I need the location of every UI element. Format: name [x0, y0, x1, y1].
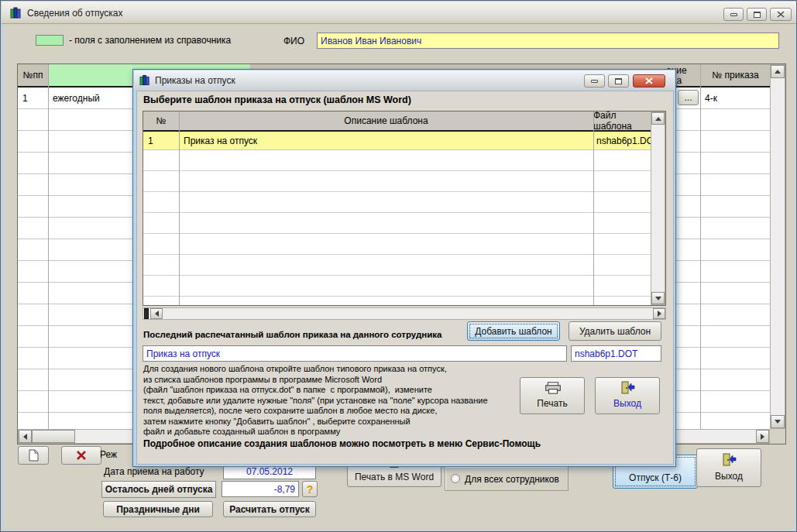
- exit-door-icon: [620, 381, 636, 395]
- main-window-title: Сведения об отпусках: [27, 8, 123, 19]
- days-left-field[interactable]: -8,79: [222, 481, 299, 497]
- dialog-print-label: Печать: [537, 398, 567, 409]
- col-description[interactable]: Описание шаблона: [179, 112, 593, 130]
- col-divider: [593, 112, 594, 305]
- dialog-subtitle: Выберите шаблон приказа на отпуск (шабло…: [143, 94, 411, 105]
- instruction-line: Для создания нового шаблона откройте шаб…: [143, 364, 488, 375]
- scroll-down-button[interactable]: [651, 292, 665, 304]
- last-template-description-field[interactable]: Приказ на отпуск: [143, 345, 567, 362]
- dialog-table-vscrollbar[interactable]: [651, 112, 665, 305]
- print-msword-label: Печать в MS Word: [355, 472, 434, 482]
- help-button[interactable]: ?: [302, 481, 318, 497]
- row1-vacation-type: ежегодный: [53, 93, 100, 104]
- scroll-left-button[interactable]: [150, 308, 163, 319]
- dialog-minimize-button[interactable]: [584, 74, 605, 88]
- printer-icon: [545, 382, 562, 394]
- col-npp[interactable]: №пп: [18, 64, 48, 86]
- instructions-block: Для создания нового шаблона откройте шаб…: [143, 364, 488, 438]
- scroll-down-button[interactable]: [771, 415, 785, 428]
- main-exit-label: Выход: [715, 471, 743, 482]
- rezhim-label-fragment: Реж: [100, 449, 117, 460]
- row1-ellipsis-button[interactable]: ...: [678, 90, 699, 105]
- template-description: Приказ на отпуск: [184, 136, 257, 146]
- exit-door-icon: [722, 453, 737, 467]
- template-row-selected[interactable]: 1 Приказ на отпуск nshab6p1.DOT: [143, 132, 651, 150]
- delete-record-button[interactable]: [61, 446, 101, 465]
- scroll-left-icon: [155, 311, 159, 317]
- vacation-orders-dialog: Приказы на отпуск Выберите шаблон приказ…: [132, 69, 676, 467]
- legend-text: - поля с заполнением из справочника: [69, 35, 231, 46]
- delete-x-icon: [75, 451, 88, 461]
- add-template-button[interactable]: Добавить шаблон: [467, 321, 560, 341]
- col-order-number[interactable]: № приказа: [701, 64, 770, 86]
- all-employees-group: Для всех сотрудников: [445, 466, 569, 491]
- close-icon: [777, 11, 785, 18]
- col-file[interactable]: Файл шаблона: [593, 112, 651, 130]
- main-table-vscrollbar[interactable]: [770, 64, 785, 429]
- calculate-vacation-button[interactable]: Расчитать отпуск: [223, 501, 316, 517]
- main-titlebar[interactable]: Сведения об отпусках: [2, 2, 797, 24]
- maximize-icon: [754, 12, 761, 18]
- new-record-button[interactable]: [18, 446, 49, 465]
- scroll-right-button[interactable]: [756, 430, 769, 443]
- scroll-up-button[interactable]: [651, 112, 665, 125]
- dialog-close-button[interactable]: [633, 74, 665, 88]
- app-icon: [139, 74, 150, 89]
- scroll-up-icon: [655, 117, 661, 121]
- scroll-left-button[interactable]: [19, 430, 32, 443]
- last-printed-label: Последний распечатанный шаблон приказа н…: [143, 330, 441, 339]
- templates-table: № Описание шаблона Файл шаблона 1 Приказ…: [143, 111, 666, 306]
- dialog-print-button[interactable]: Печать: [520, 377, 585, 414]
- fio-field[interactable]: Иванов Иван Иванович: [317, 33, 779, 49]
- app-icon: [10, 7, 22, 22]
- scroll-right-icon: [761, 434, 764, 440]
- scrollbar-corner: [770, 429, 785, 444]
- minimize-icon: [591, 80, 598, 83]
- scroll-right-button[interactable]: [653, 308, 665, 319]
- fio-label: ФИО: [283, 36, 304, 46]
- hscroll-thumb[interactable]: [144, 308, 149, 319]
- hire-date-label: Дата приема на работу: [104, 466, 204, 477]
- maximize-icon: [615, 78, 622, 84]
- instruction-line: текст, добавьте или удалите нужные "поля…: [143, 396, 488, 407]
- instruction-line: из списка шаблонов программы в программе…: [143, 375, 488, 386]
- minimize-button[interactable]: [723, 8, 744, 21]
- screen: Сведения об отпусках - поля с заполнение…: [0, 0, 797, 532]
- hscroll-thumb[interactable]: [32, 430, 75, 443]
- instruction-line: (файл "шаблон приказа на отпуск.dot" в п…: [143, 385, 488, 396]
- dialog-title: Приказы на отпуск: [155, 75, 235, 86]
- last-template-file-field[interactable]: nshab6p1.DOT: [571, 345, 661, 362]
- scroll-up-button[interactable]: [771, 65, 785, 78]
- holidays-button[interactable]: Праздничные дни: [103, 501, 213, 517]
- template-number: 1: [148, 136, 153, 146]
- dialog-client-area: Выберите шаблон приказа на отпуск (шабло…: [136, 91, 674, 465]
- instruction-line: затем нажмите кнопку "Добавить шаблон" ,…: [143, 417, 488, 427]
- scroll-down-icon: [655, 297, 661, 300]
- dialog-exit-button[interactable]: Выход: [595, 377, 660, 414]
- scroll-up-icon: [775, 70, 781, 74]
- templates-table-empty-rows[interactable]: [143, 150, 651, 305]
- close-icon: [645, 77, 653, 84]
- scroll-left-icon: [23, 434, 27, 440]
- scroll-right-icon: [658, 311, 661, 317]
- new-document-icon: [28, 449, 39, 462]
- col-number[interactable]: №: [143, 112, 179, 130]
- dialog-table-hscrollbar[interactable]: [143, 307, 666, 320]
- dialog-titlebar[interactable]: Приказы на отпуск: [134, 70, 675, 91]
- dialog-maximize-button[interactable]: [608, 74, 629, 88]
- close-button[interactable]: [770, 8, 792, 21]
- col-divider: [700, 64, 701, 429]
- help-note: Подробное описание создания шаблонов мож…: [143, 438, 541, 449]
- scroll-down-icon: [775, 420, 781, 424]
- col-divider: [179, 112, 180, 305]
- instruction-line: файл и добавьте созданный шаблон в прогр…: [143, 427, 488, 438]
- templates-table-header: № Описание шаблона Файл шаблона: [143, 112, 651, 132]
- delete-template-button[interactable]: Удалить шаблон: [569, 321, 661, 341]
- legend-green-swatch: [36, 35, 64, 46]
- all-employees-label: Для всех сотрудников: [465, 474, 559, 485]
- all-employees-radio[interactable]: [451, 474, 460, 483]
- days-left-label[interactable]: Осталось дней отпуска: [101, 481, 216, 498]
- row1-order-number: 4-к: [705, 93, 717, 104]
- main-exit-button[interactable]: Выход: [696, 448, 761, 487]
- maximize-button[interactable]: [747, 8, 767, 21]
